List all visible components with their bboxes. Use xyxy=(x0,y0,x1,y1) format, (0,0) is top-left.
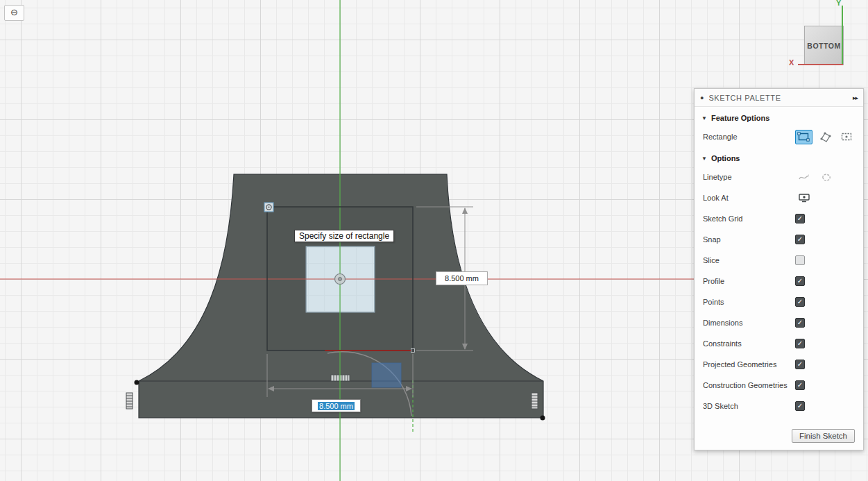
y-axis-label: Y xyxy=(836,0,841,7)
viewcube-x-axis-line xyxy=(798,64,843,65)
palette-options-rows: LinetypeLook AtSketch Grid✓Snap✓SlicePro… xyxy=(695,167,863,416)
finish-sketch-button[interactable]: Finish Sketch xyxy=(792,429,855,443)
checkbox-3d-sketch[interactable]: ✓ xyxy=(795,401,805,411)
cursor-tooltip: Specify size of rectangle xyxy=(294,230,394,242)
chevron-down-icon: ▼ xyxy=(701,115,707,121)
palette-row-label: Slice xyxy=(703,256,788,264)
origin-point[interactable] xyxy=(335,274,346,285)
checkbox-slice[interactable] xyxy=(795,255,805,265)
palette-row-rectangle: Rectangle xyxy=(695,126,863,147)
checkbox-dimensions[interactable]: ✓ xyxy=(795,318,805,328)
chevron-down-icon: ▼ xyxy=(701,155,707,162)
palette-row-label: Construction Geometries xyxy=(703,381,788,389)
checkbox-constraints[interactable]: ✓ xyxy=(795,339,805,348)
x-axis-label: X xyxy=(789,58,794,67)
checkbox-projected-geometries[interactable]: ✓ xyxy=(795,360,805,369)
section-feature-options[interactable]: ▼ Feature Options xyxy=(695,107,863,126)
palette-row-label: Sketch Grid xyxy=(703,214,788,223)
viewcube-y-axis-line xyxy=(842,6,843,65)
sketch-point-right[interactable] xyxy=(541,416,545,421)
drag-grip-icon[interactable]: ● xyxy=(700,94,704,101)
palette-title: SKETCH PALETTE xyxy=(708,94,853,102)
linetype-closed-curve-icon[interactable] xyxy=(817,170,835,185)
checkbox-points[interactable]: ✓ xyxy=(795,297,805,307)
slot-hatch-left xyxy=(126,393,133,409)
sketch-corner-point[interactable] xyxy=(411,349,415,353)
palette-row-snap: Snap✓ xyxy=(695,229,863,250)
fusion-sketch-canvas: Specify size of rectangle 8.500 mm 8.500… xyxy=(0,0,868,481)
checkbox-snap[interactable]: ✓ xyxy=(795,235,805,244)
center-rectangle-icon[interactable] xyxy=(837,130,855,144)
section-title: Feature Options xyxy=(711,114,769,122)
section-options[interactable]: ▼ Options xyxy=(695,147,863,167)
horizontal-dimension-input[interactable]: 8.500 mm xyxy=(312,399,361,412)
palette-row-label: Constraints xyxy=(703,339,788,348)
sketch-point-left[interactable] xyxy=(135,380,139,385)
checkbox-sketch-grid[interactable]: ✓ xyxy=(795,214,805,223)
palette-row-profile: Profile✓ xyxy=(695,271,863,292)
slot-hatch-right xyxy=(531,393,538,409)
palette-header[interactable]: ● SKETCH PALETTE ▸▸ xyxy=(695,89,863,107)
palette-footer: Finish Sketch xyxy=(695,423,863,450)
linetype-spline-icon[interactable] xyxy=(795,170,813,185)
browser-toggle-button[interactable]: ⊖ xyxy=(4,5,24,21)
palette-row-label: Look At xyxy=(703,194,788,202)
palette-row-construction-geometries: Construction Geometries✓ xyxy=(695,375,863,396)
palette-row-linetype: Linetype xyxy=(695,167,863,187)
palette-row-dimensions: Dimensions✓ xyxy=(695,312,863,333)
palette-row-label: Projected Geometries xyxy=(703,360,788,369)
palette-row-projected-geometries: Projected Geometries✓ xyxy=(695,354,863,375)
palette-row-slice: Slice xyxy=(695,250,863,271)
checkbox-construction-geometries[interactable]: ✓ xyxy=(795,380,805,390)
palette-row-label: Rectangle xyxy=(703,133,788,141)
palette-row-3d-sketch: 3D Sketch✓ xyxy=(695,396,863,416)
palette-row-label: Dimensions xyxy=(703,319,788,327)
viewcube-face[interactable]: BOTTOM xyxy=(804,26,844,65)
palette-row-sketch-grid: Sketch Grid✓ xyxy=(695,208,863,229)
two-point-rectangle-icon[interactable] xyxy=(795,130,812,144)
section-title: Options xyxy=(711,154,740,162)
selection-highlight-face[interactable] xyxy=(372,363,401,387)
look-at-icon[interactable] xyxy=(795,191,813,205)
vertical-dimension-value[interactable]: 8.500 mm xyxy=(436,271,488,285)
checkbox-profile[interactable]: ✓ xyxy=(795,276,805,286)
palette-row-constraints: Constraints✓ xyxy=(695,333,863,354)
sketch-corner-widget[interactable] xyxy=(264,203,273,212)
palette-row-label: Profile xyxy=(703,277,788,285)
three-point-rectangle-icon[interactable] xyxy=(817,130,834,144)
palette-row-label: Points xyxy=(703,298,788,306)
dimension-input-selected-text: 8.500 mm xyxy=(318,402,355,410)
sketch-palette-panel: ● SKETCH PALETTE ▸▸ ▼ Feature Options Re… xyxy=(694,88,864,450)
minus-circle-icon: ⊖ xyxy=(10,7,18,17)
palette-row-label: 3D Sketch xyxy=(703,402,788,410)
palette-row-points: Points✓ xyxy=(695,292,863,312)
palette-row-label: Snap xyxy=(703,235,788,244)
collapse-panel-icon[interactable]: ▸▸ xyxy=(853,94,858,101)
palette-row-label: Linetype xyxy=(703,173,788,181)
palette-row-look-at: Look At xyxy=(695,187,863,208)
